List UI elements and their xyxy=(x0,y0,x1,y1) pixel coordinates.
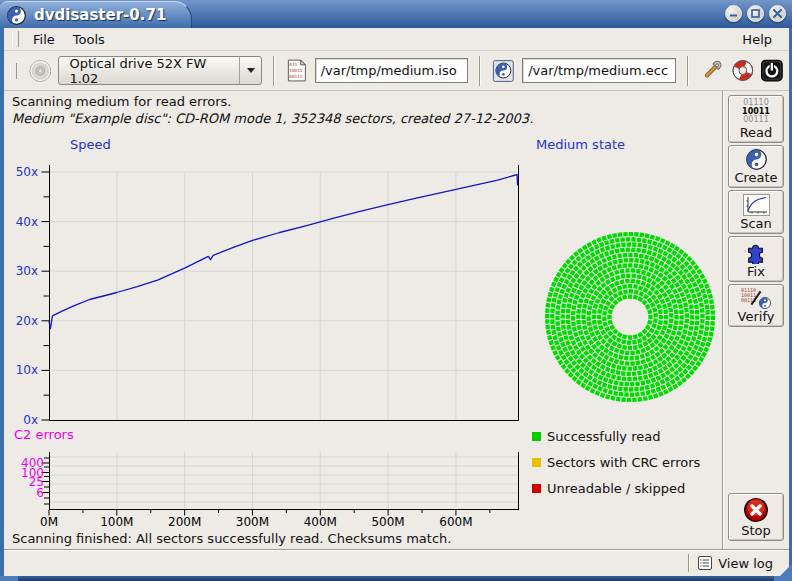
stop-icon xyxy=(743,497,769,523)
ecc-file-icon xyxy=(492,59,515,83)
title-bar[interactable]: dvdisaster-0.71 xyxy=(0,0,792,28)
status-line1: Scanning medium for read errors. xyxy=(12,94,231,109)
medium-state-disc xyxy=(530,217,730,417)
svg-text:40x: 40x xyxy=(16,215,38,229)
svg-text:100M: 100M xyxy=(100,515,133,529)
speed-and-c2-charts: 0x10x20x30x40x50x4001002560M100M200M300M… xyxy=(4,141,534,531)
create-label: Create xyxy=(734,170,777,185)
toolbar-separator xyxy=(273,56,275,86)
legend-label: Successfully read xyxy=(547,429,660,444)
legend-item: Unreadable / skipped xyxy=(532,475,700,501)
verify-button[interactable]: 01110 10011 00111 Verify xyxy=(728,284,784,327)
medium-state-legend: Successfully read Sectors with CRC error… xyxy=(532,423,700,501)
app-logo-icon xyxy=(7,6,26,25)
preferences-wrench-icon[interactable] xyxy=(700,58,724,83)
binary-icon: 01110 10011 00111 xyxy=(742,99,770,125)
svg-text:200M: 200M xyxy=(168,515,201,529)
svg-text:30x: 30x xyxy=(16,264,38,278)
ecc-path-value: /var/tmp/medium.ecc xyxy=(528,63,668,78)
svg-text:10x: 10x xyxy=(16,363,38,377)
window-bottom-border xyxy=(0,576,792,581)
svg-text:0M: 0M xyxy=(40,515,58,529)
stop-label: Stop xyxy=(741,523,771,538)
toolbar-separator xyxy=(479,56,481,86)
menu-help[interactable]: Help xyxy=(733,31,781,48)
create-button[interactable]: Create xyxy=(728,145,784,188)
iso-path-field[interactable]: /var/tmp/medium.iso xyxy=(315,58,469,83)
title-tab: dvdisaster-0.71 xyxy=(0,1,192,28)
legend-swatch-yellow xyxy=(532,458,541,467)
view-log-button[interactable]: View log xyxy=(718,556,773,571)
verify-icon: 01110 10011 00111 xyxy=(741,288,771,309)
svg-text:20x: 20x xyxy=(16,314,38,328)
log-list-icon xyxy=(698,556,712,570)
app-window: dvdisaster-0.71 File Tools Help xyxy=(0,0,792,581)
medium-state-title: Medium state xyxy=(536,137,625,152)
fix-button[interactable]: Fix xyxy=(728,236,784,282)
svg-text:300M: 300M xyxy=(236,515,269,529)
yin-yang-icon xyxy=(746,149,767,170)
optical-disc-icon xyxy=(29,59,52,83)
svg-text:011: 011 xyxy=(289,62,297,67)
drive-selector-value: Optical drive 52X FW 1.02 xyxy=(59,57,239,84)
stop-button[interactable]: Stop xyxy=(728,493,784,541)
yin-yang-icon xyxy=(759,297,771,309)
menu-file[interactable]: File xyxy=(24,31,64,48)
minimize-button[interactable] xyxy=(725,5,742,22)
ecc-path-field[interactable]: /var/tmp/medium.ecc xyxy=(522,58,676,83)
legend-item: Sectors with CRC errors xyxy=(532,449,700,475)
svg-text:50x: 50x xyxy=(16,165,38,179)
iso-image-icon: 011 10011 00111 xyxy=(286,58,308,83)
scan-label: Scan xyxy=(740,216,772,231)
read-label: Read xyxy=(740,125,773,140)
result-message: Scanning finished: All sectors successfu… xyxy=(12,531,451,546)
drive-selector[interactable]: Optical drive 52X FW 1.02 xyxy=(58,56,261,85)
svg-text:400M: 400M xyxy=(304,515,337,529)
main-area: Scanning medium for read errors. Medium … xyxy=(4,91,789,549)
menubar-grip[interactable] xyxy=(12,31,19,47)
toolbar: Optical drive 52X FW 1.02 011 10011 0011… xyxy=(4,51,789,91)
svg-text:600M: 600M xyxy=(439,515,472,529)
close-icon xyxy=(773,9,782,18)
toolbar-separator xyxy=(687,56,689,86)
resize-grip-left[interactable] xyxy=(0,576,18,581)
fix-label: Fix xyxy=(747,264,765,279)
svg-text:00111: 00111 xyxy=(289,74,302,79)
maximize-button[interactable] xyxy=(747,5,764,22)
action-sidebar: 01110 10011 00111 Read Create xyxy=(728,95,784,327)
menu-bar: File Tools Help xyxy=(4,28,789,51)
help-lifebelt-icon[interactable] xyxy=(731,58,755,83)
legend-swatch-green xyxy=(532,432,541,441)
read-button[interactable]: 01110 10011 00111 Read xyxy=(728,95,784,143)
statusbar-separator xyxy=(688,554,690,572)
svg-text:500M: 500M xyxy=(371,515,404,529)
legend-label: Unreadable / skipped xyxy=(547,481,685,496)
legend-label: Sectors with CRC errors xyxy=(547,455,700,470)
svg-text:6: 6 xyxy=(36,486,44,500)
toolbar-grip[interactable] xyxy=(10,63,17,79)
scan-button[interactable]: Scan xyxy=(728,190,784,234)
svg-text:0x: 0x xyxy=(23,413,38,427)
dropdown-arrow-icon xyxy=(239,57,261,84)
legend-swatch-red xyxy=(532,484,541,493)
legend-item: Successfully read xyxy=(532,423,700,449)
close-button[interactable] xyxy=(769,5,786,22)
scan-chart-icon xyxy=(743,194,770,216)
minimize-icon xyxy=(729,9,738,18)
status-bar: View log xyxy=(4,549,789,576)
sidebar-separator xyxy=(722,91,724,549)
window-title: dvdisaster-0.71 xyxy=(34,6,166,24)
verify-label: Verify xyxy=(738,309,775,324)
puzzle-piece-icon xyxy=(744,240,768,264)
maximize-icon xyxy=(751,9,760,18)
iso-path-value: /var/tmp/medium.iso xyxy=(321,63,457,78)
menu-tools[interactable]: Tools xyxy=(64,31,114,48)
quit-power-icon[interactable] xyxy=(761,59,783,82)
status-line2: Medium "Example disc": CD-ROM mode 1, 35… xyxy=(12,111,533,126)
svg-text:10011: 10011 xyxy=(289,68,302,73)
